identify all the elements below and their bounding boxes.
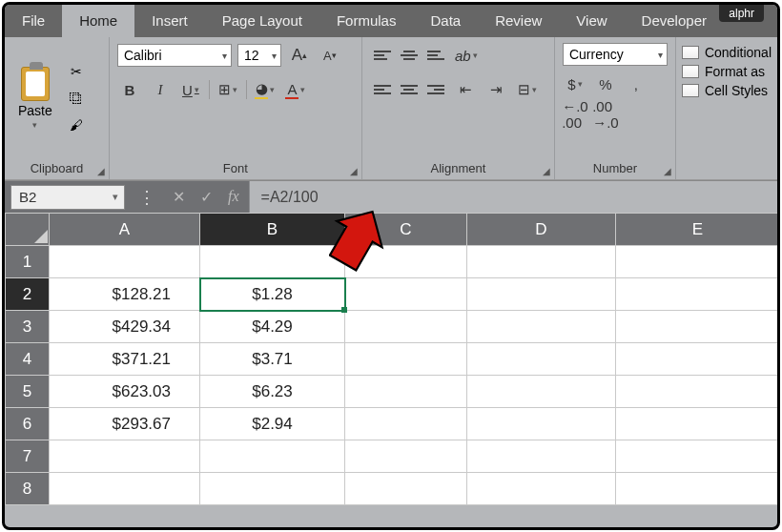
cell[interactable]	[616, 376, 780, 408]
cell-styles-button[interactable]: Cell Styles	[682, 83, 768, 98]
cell[interactable]	[200, 440, 345, 473]
conditional-formatting-button[interactable]: Conditional	[682, 45, 772, 60]
cell[interactable]	[200, 473, 345, 505]
increase-decimal-button[interactable]: ←.0.00	[563, 102, 587, 127]
col-header-d[interactable]: D	[467, 214, 616, 246]
number-dialog-launcher[interactable]: ◢	[664, 166, 671, 176]
shrink-font-button[interactable]: A▾	[318, 43, 342, 68]
cell[interactable]	[616, 473, 780, 505]
cell[interactable]	[50, 473, 200, 505]
cell[interactable]	[616, 408, 780, 440]
cell[interactable]	[345, 408, 467, 440]
fill-color-button[interactable]: ◕	[253, 77, 278, 102]
cell[interactable]	[200, 246, 345, 278]
cell[interactable]	[467, 440, 616, 473]
accounting-format-button[interactable]: $	[563, 72, 587, 96]
cell[interactable]	[345, 376, 467, 408]
cell[interactable]: $1.28	[200, 278, 345, 311]
decrease-indent-button[interactable]: ⇤	[454, 77, 479, 102]
format-as-table-button[interactable]: Format as	[682, 64, 765, 79]
cell[interactable]	[616, 311, 780, 343]
row-header[interactable]: 6	[6, 408, 50, 440]
cell[interactable]	[467, 246, 616, 278]
align-right-button[interactable]	[423, 77, 448, 102]
cell[interactable]: $371.21	[50, 343, 200, 376]
cell[interactable]	[345, 473, 467, 505]
cell[interactable]	[616, 278, 780, 311]
italic-button[interactable]: I	[148, 77, 173, 102]
cell[interactable]	[50, 440, 200, 473]
cell[interactable]	[345, 343, 467, 376]
cell[interactable]: $4.29	[200, 311, 345, 343]
cell[interactable]: $623.03	[50, 376, 200, 408]
col-header-b[interactable]: B	[200, 214, 345, 246]
row-header[interactable]: 3	[6, 311, 50, 343]
cell[interactable]	[345, 440, 467, 473]
cancel-formula-button[interactable]: ✕	[173, 188, 185, 206]
row-header[interactable]: 7	[6, 440, 50, 473]
cell[interactable]	[345, 278, 467, 311]
select-all-corner[interactable]	[6, 214, 50, 246]
decrease-decimal-button[interactable]: .00→.0	[593, 102, 618, 127]
borders-button[interactable]: ⊞	[216, 77, 240, 102]
comma-format-button[interactable]: ,	[624, 72, 648, 96]
cell[interactable]	[616, 343, 780, 376]
tab-home[interactable]: Home	[62, 5, 134, 37]
namebox-expand[interactable]: ⋮	[131, 187, 163, 208]
cell[interactable]	[345, 311, 467, 343]
tab-formulas[interactable]: Formulas	[319, 5, 414, 37]
tab-insert[interactable]: Insert	[134, 5, 205, 37]
align-left-button[interactable]	[370, 77, 395, 102]
align-top-button[interactable]	[370, 43, 395, 68]
row-header[interactable]: 4	[6, 343, 50, 376]
percent-format-button[interactable]: %	[593, 72, 618, 96]
cut-button[interactable]: ✂	[66, 61, 87, 82]
col-header-e[interactable]: E	[616, 214, 780, 246]
col-header-a[interactable]: A	[50, 214, 200, 246]
name-box[interactable]: B2	[10, 185, 125, 210]
tab-review[interactable]: Review	[478, 5, 559, 37]
tab-file[interactable]: File	[5, 5, 62, 37]
format-painter-button[interactable]: 🖌	[66, 114, 87, 135]
increase-indent-button[interactable]: ⇥	[484, 77, 509, 102]
copy-button[interactable]: ⿻	[66, 88, 87, 109]
number-format-dropdown[interactable]: Currency	[563, 43, 668, 66]
row-header[interactable]: 2	[6, 278, 50, 311]
cell[interactable]	[467, 473, 616, 505]
underline-button[interactable]: U	[178, 77, 203, 102]
cell[interactable]	[467, 343, 616, 376]
cell[interactable]	[50, 246, 200, 278]
align-center-button[interactable]	[397, 77, 422, 102]
merge-button[interactable]: ⊟	[515, 77, 540, 102]
bold-button[interactable]: B	[117, 77, 142, 102]
font-color-button[interactable]: A	[283, 77, 308, 102]
alignment-dialog-launcher[interactable]: ◢	[543, 166, 550, 176]
row-header[interactable]: 5	[6, 376, 50, 408]
cell[interactable]	[467, 311, 616, 343]
tab-developer[interactable]: Developer	[625, 5, 724, 37]
clipboard-dialog-launcher[interactable]: ◢	[97, 166, 105, 176]
paste-button[interactable]: Paste ▾	[12, 63, 58, 133]
accept-formula-button[interactable]: ✓	[200, 188, 213, 206]
tab-data[interactable]: Data	[413, 5, 478, 37]
orientation-button[interactable]: ab	[454, 43, 479, 68]
row-header[interactable]: 8	[6, 473, 50, 505]
cell[interactable]	[467, 376, 616, 408]
font-name-dropdown[interactable]: Calibri	[117, 44, 232, 67]
font-dialog-launcher[interactable]: ◢	[350, 166, 358, 176]
cell[interactable]: $2.94	[200, 408, 345, 440]
cell[interactable]: $128.21	[50, 278, 200, 311]
align-middle-button[interactable]	[397, 43, 422, 68]
cell[interactable]: $3.71	[200, 343, 345, 376]
cell[interactable]	[616, 440, 780, 473]
cell[interactable]	[467, 408, 616, 440]
font-size-dropdown[interactable]: 12	[237, 44, 281, 67]
cell[interactable]: $429.34	[50, 311, 200, 343]
align-bottom-button[interactable]	[423, 43, 448, 68]
insert-function-button[interactable]: fx	[228, 188, 239, 206]
tab-page-layout[interactable]: Page Layout	[205, 5, 319, 37]
tab-view[interactable]: View	[559, 5, 624, 37]
grow-font-button[interactable]: A▴	[287, 43, 312, 68]
row-header[interactable]: 1	[6, 246, 50, 278]
cell[interactable]	[616, 246, 780, 278]
